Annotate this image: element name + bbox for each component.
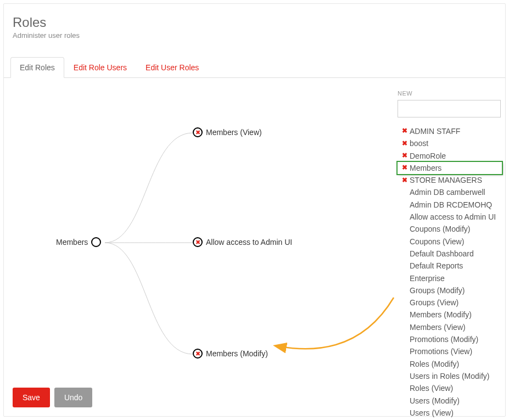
role-item-label: Groups (View) [410, 297, 458, 308]
delete-role-icon[interactable]: ✖ [400, 126, 410, 136]
tree-node-root[interactable]: Members ✖ [56, 237, 101, 247]
tree-node-label: Members (View) [206, 128, 262, 137]
role-item[interactable]: ✖Users (Modify) [398, 395, 502, 407]
delete-role-icon[interactable]: ✖ [400, 139, 410, 148]
delete-role-icon[interactable]: ✖ [400, 151, 410, 160]
role-item[interactable]: ✖DemoRole [398, 150, 502, 162]
role-item[interactable]: ✖Coupons (View) [398, 236, 502, 248]
role-item-label: Enterprise [410, 273, 445, 284]
page-subtitle: Administer user roles [13, 31, 496, 40]
role-tree: Members ✖ ✖ Members (View) ✖ Allow acces… [4, 78, 388, 385]
role-item[interactable]: ✖boost [398, 137, 502, 149]
role-item[interactable]: ✖Users in Roles (Modify) [398, 370, 502, 382]
tab-edit-role-users[interactable]: Edit Role Users [64, 57, 136, 78]
role-item[interactable]: ✖Members [398, 162, 502, 174]
roles-card: Roles Administer user roles Edit Roles E… [3, 3, 506, 417]
tree-node-label: Members [56, 238, 88, 247]
delete-role-icon[interactable]: ✖ [400, 176, 410, 185]
save-button[interactable]: Save [13, 388, 50, 407]
role-item-label: Coupons (Modify) [410, 223, 471, 234]
role-item[interactable]: ✖Groups (Modify) [398, 284, 502, 296]
tree-node-label: Members (Modify) [206, 349, 268, 358]
role-item[interactable]: ✖Enterprise [398, 272, 502, 284]
role-item[interactable]: ✖Coupons (Modify) [398, 223, 502, 235]
role-item[interactable]: ✖ADMIN STAFF [398, 125, 502, 137]
role-item[interactable]: ✖Allow access to Admin UI [398, 211, 502, 223]
role-item-label: Roles (View) [410, 383, 453, 394]
delete-role-icon[interactable]: ✖ [400, 163, 410, 172]
role-side-panel: NEW ✖ADMIN STAFF✖boost✖DemoRole✖Members✖… [398, 88, 505, 419]
role-item-label: STORE MANAGERS [410, 175, 482, 186]
role-item[interactable]: ✖Roles (Modify) [398, 358, 502, 370]
role-item-label: Default Reports [410, 260, 463, 271]
role-item-label: Users (View) [410, 407, 454, 418]
role-item-label: Members (Modify) [410, 309, 472, 320]
tree-node-child-1[interactable]: ✖ Allow access to Admin UI [193, 237, 292, 247]
new-role-label: NEW [398, 90, 412, 97]
role-item-label: Promotions (Modify) [410, 334, 478, 345]
page-title: Roles [13, 15, 496, 30]
role-list: ✖ADMIN STAFF✖boost✖DemoRole✖Members✖STOR… [398, 125, 502, 419]
role-item-label: Roles (Modify) [410, 359, 459, 369]
role-item-label: Admin DB camberwell [410, 187, 485, 198]
role-item[interactable]: ✖Default Reports [398, 260, 502, 272]
role-item-label: boost [410, 138, 428, 149]
page-header: Roles Administer user roles [4, 4, 505, 46]
remove-node-icon[interactable]: ✖ [193, 127, 203, 137]
tab-edit-roles[interactable]: Edit Roles [10, 57, 64, 78]
role-item-label: DemoRole [410, 150, 446, 161]
role-item-label: Allow access to Admin UI [410, 211, 496, 222]
role-item[interactable]: ✖Users (View) [398, 407, 502, 419]
tree-node-label: Allow access to Admin UI [206, 238, 292, 247]
remove-node-icon[interactable]: ✖ [193, 237, 203, 247]
role-item-label: ADMIN STAFF [410, 126, 460, 137]
tree-connectors [4, 78, 388, 385]
role-item[interactable]: ✖Promotions (Modify) [398, 333, 502, 345]
role-item[interactable]: ✖Admin DB camberwell [398, 186, 502, 198]
tree-node-child-0[interactable]: ✖ Members (View) [193, 127, 262, 137]
footer-buttons: Save Undo [13, 388, 92, 407]
role-item[interactable]: ✖Promotions (View) [398, 345, 502, 357]
undo-button[interactable]: Undo [54, 388, 92, 407]
tree-node-child-2[interactable]: ✖ Members (Modify) [193, 349, 268, 359]
role-item-label: Promotions (View) [410, 346, 472, 357]
tabs: Edit Roles Edit Role Users Edit User Rol… [4, 57, 505, 78]
content-area: Members ✖ ✖ Members (View) ✖ Allow acces… [4, 78, 505, 402]
role-item-label: Admin DB RCDEMOHQ [410, 199, 492, 210]
role-item-label: Users (Modify) [410, 395, 460, 406]
role-item[interactable]: ✖Groups (View) [398, 296, 502, 309]
remove-node-icon[interactable]: ✖ [193, 349, 203, 359]
role-item[interactable]: ✖Members (View) [398, 321, 502, 333]
role-item-label: Users in Roles (Modify) [410, 371, 489, 382]
tab-edit-user-roles[interactable]: Edit User Roles [136, 57, 208, 78]
new-role-input[interactable] [398, 100, 501, 117]
role-item-label: Members (View) [410, 322, 466, 333]
role-item-label: Default Dashboard [410, 248, 474, 259]
role-item[interactable]: ✖Members (Modify) [398, 309, 502, 321]
role-item-label: Coupons (View) [410, 236, 464, 247]
role-item[interactable]: ✖Default Dashboard [398, 248, 502, 260]
role-item[interactable]: ✖Roles (View) [398, 382, 502, 394]
role-item[interactable]: ✖Admin DB RCDEMOHQ [398, 199, 502, 211]
role-item-label: Members [410, 163, 441, 173]
node-circle-icon: ✖ [91, 237, 101, 247]
role-item[interactable]: ✖STORE MANAGERS [398, 174, 502, 186]
role-item-label: Groups (Modify) [410, 285, 465, 296]
